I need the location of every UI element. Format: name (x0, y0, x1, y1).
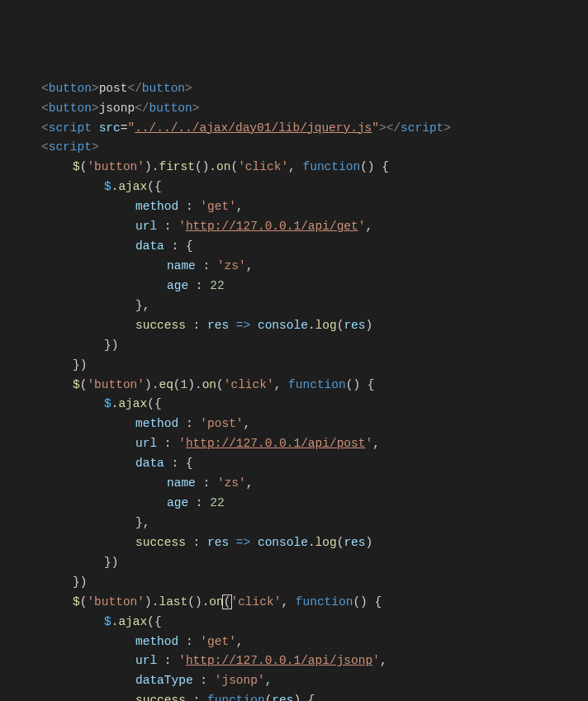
click-event: 'click' (238, 160, 288, 173)
button-selector-3: 'button' (87, 595, 145, 609)
success-prop-3: success (135, 694, 186, 701)
function-kw-3: function (296, 595, 353, 609)
code-editor[interactable]: <button>post</button> <button>jsonp</but… (41, 79, 588, 701)
on-fn: on (216, 160, 230, 173)
zs-value: 'zs' (217, 259, 246, 272)
age-value-2: 22 (210, 496, 224, 509)
on-fn-2: on (202, 378, 216, 391)
name-prop-2: name (167, 476, 196, 490)
age-prop: age (167, 279, 188, 292)
res-param-3: res (272, 694, 293, 701)
ajax-fn-3: ajax (118, 615, 147, 628)
eq-fn: eq (159, 378, 173, 391)
ajax-fn-2: ajax (118, 397, 147, 410)
button-text-post: post (99, 82, 128, 95)
button-selector: 'button' (87, 160, 145, 173)
jquery-ref-3: $ (104, 615, 111, 628)
url-jsonp: http://127.0.0.1/api/jsonp (186, 654, 372, 667)
res-arg-2: res (344, 536, 365, 549)
post-value: 'post' (200, 417, 243, 430)
button-open-tag-2: button (49, 102, 92, 115)
url-get: http://127.0.0.1/api/get (186, 220, 358, 233)
jquery-fn: $ (73, 160, 80, 173)
script-tag: script (49, 121, 92, 135)
get-value: 'get' (200, 200, 236, 213)
data-prop-2: data (135, 457, 164, 470)
data-prop: data (135, 239, 164, 253)
res-param-2: res (207, 536, 229, 549)
datatype-prop: dataType (135, 674, 193, 687)
button-open-tag: button (49, 82, 92, 95)
console-ref-2: console (258, 536, 308, 549)
jsonp-value: 'jsonp' (215, 674, 265, 687)
script-src-path: ../../../ajax/day01/lib/jquery.js (135, 121, 372, 135)
method-prop-3: method (135, 635, 178, 648)
function-kw-4: function (207, 694, 265, 701)
res-arg: res (344, 319, 365, 332)
age-value: 22 (210, 279, 224, 292)
method-prop: method (135, 200, 178, 213)
button-selector-2: 'button' (87, 378, 145, 391)
age-prop-2: age (167, 496, 188, 509)
url-prop-2: url (135, 437, 157, 450)
url-prop: url (135, 220, 157, 233)
method-prop-2: method (135, 417, 178, 430)
get-value-2: 'get' (200, 635, 236, 648)
success-prop-2: success (135, 536, 186, 549)
eq-arg: 1 (181, 378, 188, 391)
name-prop: name (167, 259, 196, 272)
jquery-fn-2: $ (73, 378, 80, 391)
zs-value-2: 'zs' (217, 476, 246, 490)
button-text-jsonp: jsonp (99, 102, 135, 115)
script-open-tag-2: script (49, 140, 92, 154)
src-attr: src (99, 121, 121, 135)
res-param: res (207, 319, 229, 332)
success-prop: success (135, 319, 186, 332)
url-post: http://127.0.0.1/api/post (186, 437, 366, 450)
arrow-fn-2: => (236, 536, 250, 549)
button-close-tag: button (142, 82, 185, 95)
url-prop-3: url (135, 654, 157, 667)
last-fn: last (159, 595, 187, 609)
jquery-fn-3: $ (73, 595, 80, 609)
log-fn-2: log (315, 536, 337, 549)
function-kw: function (303, 160, 361, 173)
click-event-3: 'click' (230, 595, 281, 609)
log-fn: log (315, 319, 337, 332)
jquery-ref-2: $ (104, 397, 111, 410)
script-close-tag: script (401, 121, 443, 135)
jquery-ref: $ (104, 180, 111, 193)
first-fn: first (159, 160, 195, 173)
click-event-2: 'click' (224, 378, 274, 391)
function-kw-2: function (288, 378, 346, 391)
arrow-fn: => (236, 319, 250, 332)
button-close-tag-2: button (149, 102, 192, 115)
ajax-fn: ajax (118, 180, 147, 193)
console-ref: console (258, 319, 308, 332)
